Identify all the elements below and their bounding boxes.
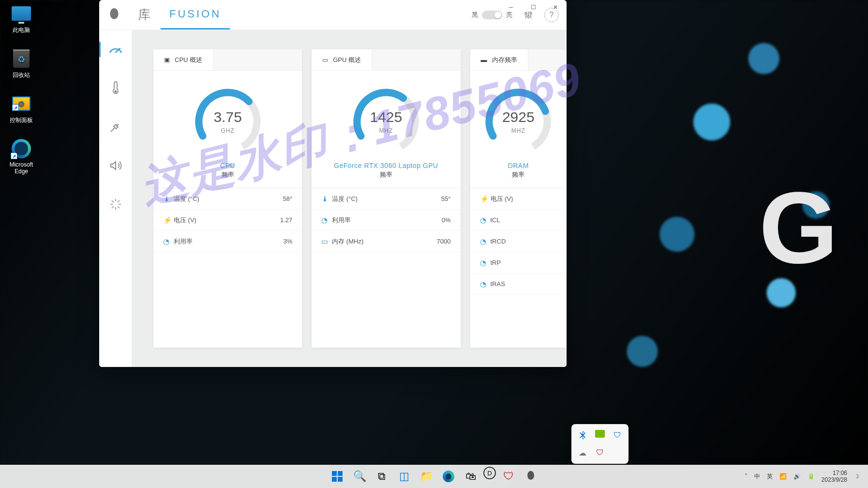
content-area: ▣CPU 概述 3.75GHZ CPU 频率 🌡温度 (°C)58°⚡电压 (V… (132, 30, 567, 367)
sidebar-overclock[interactable] (105, 194, 126, 215)
ime-lang[interactable]: 中 (754, 473, 760, 481)
stat-row: ◔tRCD (470, 231, 567, 252)
gpu-card-tab[interactable]: ▭GPU 概述 (312, 49, 372, 70)
volume-icon[interactable]: 🔊 (793, 473, 801, 480)
desktop-icon-recyclebin[interactable]: 回收站 (3, 48, 40, 79)
stat-row: ◔利用率0% (312, 210, 460, 231)
stat-icon: ◔ (163, 237, 174, 246)
stat-row: ◔tRAS (470, 274, 567, 295)
sidebar-audio[interactable] (105, 155, 126, 176)
tray-chevron-up-icon[interactable]: ˄ (745, 473, 748, 480)
minimize-button[interactable]: ─ (500, 0, 522, 15)
desktop-icon-thispc[interactable]: 此电脑 (3, 3, 40, 34)
stat-label: 内存 (MHz) (332, 237, 436, 246)
stat-icon: 🌡 (163, 195, 174, 203)
start-button[interactable] (328, 467, 347, 486)
tray-mcafee-icon[interactable]: 🛡 (595, 447, 605, 458)
desktop-icon-label: 回收站 (13, 71, 30, 79)
alienware-logo-icon (99, 8, 129, 22)
sidebar (99, 30, 132, 367)
cpu-freq-unit: GHZ (221, 127, 234, 134)
clock-date: 2023/9/28 (822, 476, 847, 483)
windows-logo-icon (332, 471, 343, 482)
mem-freq-unit: MHZ (511, 127, 525, 134)
sidebar-power[interactable] (105, 116, 126, 137)
notification-icon[interactable]: ☽ (854, 473, 859, 480)
store-button[interactable]: 🛍 (461, 467, 480, 486)
system-tray-overflow: 🛡 ☁ 🛡 (571, 424, 629, 464)
stat-label: 温度 (°C) (332, 195, 441, 203)
sidebar-thermal[interactable] (105, 77, 126, 99)
stat-label: 电压 (V) (174, 216, 280, 225)
edge-icon (443, 471, 454, 482)
gauge-icon (108, 45, 123, 54)
wallpaper-logo: G (759, 169, 834, 287)
desktop-icon-controlpanel[interactable]: ↗ 控制面板 (3, 93, 40, 124)
mem-sublabel: 频率 (512, 170, 524, 179)
alienware-button[interactable] (521, 467, 540, 486)
gpu-card-title: GPU 概述 (333, 56, 361, 64)
alienware-command-center-window: 库 FUSION 黑 亮 ? ─ ☐ ✕ (99, 0, 567, 367)
file-explorer-button[interactable]: 📁 (417, 467, 436, 486)
stat-value: 58° (283, 195, 293, 202)
gpu-card: ▭GPU 概述 1425MHZ GeForce RTX 3060 Laptop … (312, 49, 460, 348)
battery-icon[interactable]: 🔋 (808, 473, 815, 480)
stat-label: tRCD (491, 238, 557, 245)
cpu-gauge: 3.75GHZ (192, 85, 264, 158)
svg-point-7 (114, 91, 117, 93)
speaker-icon (109, 160, 122, 171)
desktop-icon-edge[interactable]: ↗ Microsoft Edge (3, 138, 40, 175)
edge-icon: ↗ (12, 139, 31, 158)
cpu-sublabel: 频率 (222, 170, 234, 179)
memory-card-tab[interactable]: ▬内存频率 (470, 49, 528, 70)
wifi-icon[interactable]: 📶 (779, 473, 787, 480)
svg-line-14 (118, 200, 120, 202)
dell-button[interactable]: D (483, 467, 496, 479)
sidebar-dashboard[interactable] (105, 39, 126, 60)
stat-value: 0% (442, 216, 451, 224)
ime-indicator[interactable]: 英 (767, 473, 773, 481)
memory-card-title: 内存频率 (492, 56, 517, 64)
stat-value: 1.27 (280, 216, 292, 224)
svg-point-4 (527, 15, 529, 17)
stat-row: ▭内存 (MHz)7000 (312, 231, 460, 252)
mem-freq-value: 2925 (502, 109, 535, 125)
clock[interactable]: 17:06 2023/9/28 (822, 470, 847, 484)
chip-icon: ▣ (164, 56, 170, 63)
control-panel-icon: ↗ (12, 96, 30, 111)
stat-row: ◔利用率3% (153, 231, 302, 252)
memory-card: ▬内存频率 2925MHZ DRAM 频率 ⚡电压 (V)◔tCL◔tRCD◔t… (470, 49, 567, 348)
stat-icon: ◔ (321, 216, 332, 225)
stat-icon: ◔ (480, 216, 491, 225)
task-view-button[interactable]: ⧉ (372, 467, 391, 486)
taskbar-right: ˄ 中 英 📶 🔊 🔋 17:06 2023/9/28 ☽ (745, 470, 868, 484)
close-button[interactable]: ✕ (544, 0, 567, 15)
gpu-freq-value: 1425 (370, 109, 403, 125)
gpu-freq-unit: MHZ (379, 127, 393, 134)
search-button[interactable]: 🔍 (350, 467, 369, 486)
tab-library[interactable]: 库 (129, 0, 161, 30)
tray-onedrive-icon[interactable]: ☁ (577, 447, 588, 458)
toggle-track[interactable] (482, 11, 502, 19)
tray-bluetooth-icon[interactable] (577, 430, 588, 441)
stat-row: 🌡温度 (°C)55° (312, 188, 460, 210)
stat-label: 温度 (°C) (174, 195, 283, 203)
tray-nvidia-icon[interactable] (595, 430, 605, 438)
monitor-icon (12, 6, 31, 21)
stat-icon: ⚡ (163, 216, 174, 225)
widgets-button[interactable]: ◫ (394, 467, 414, 486)
stat-icon: ◔ (480, 280, 491, 289)
stat-label: 利用率 (332, 216, 441, 225)
thermometer-icon (112, 81, 120, 95)
gpu-gauge: 1425MHZ (350, 85, 422, 158)
memory-icon: ▬ (481, 56, 487, 63)
mcafee-button[interactable]: 🛡 (499, 467, 518, 486)
tray-security-icon[interactable]: 🛡 (612, 430, 623, 441)
edge-button[interactable] (439, 467, 458, 486)
stat-label: tCL (491, 216, 557, 224)
memory-gauge: 2925MHZ (482, 85, 554, 158)
maximize-button[interactable]: ☐ (522, 0, 544, 15)
cpu-card-tab[interactable]: ▣CPU 概述 (153, 49, 213, 70)
taskbar: 🔍 ⧉ ◫ 📁 🛍 D 🛡 ˄ 中 英 📶 🔊 🔋 17:06 2023/9/2… (0, 465, 868, 488)
tab-fusion[interactable]: FUSION (161, 0, 230, 30)
